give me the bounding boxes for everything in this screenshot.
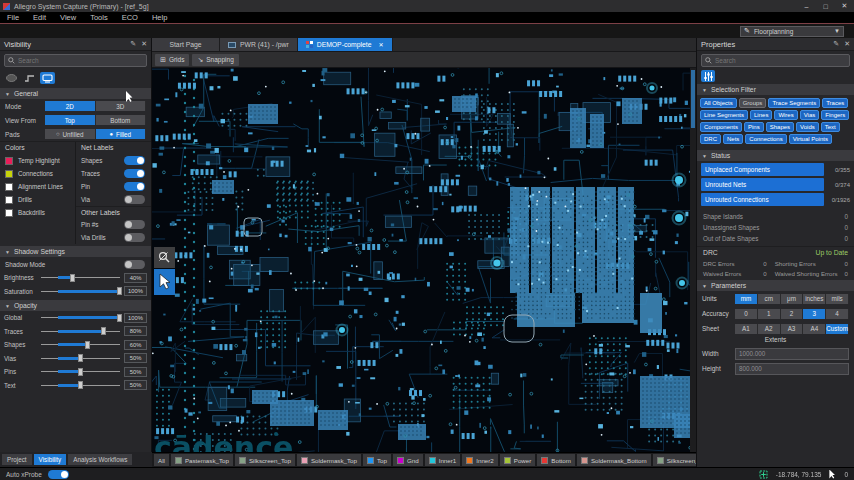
- grids-button[interactable]: ⊞Grids: [155, 54, 189, 66]
- slider-knob[interactable]: [78, 368, 83, 376]
- minimize-button[interactable]: –: [797, 0, 816, 12]
- edit-panel-icon[interactable]: ✎: [130, 40, 136, 48]
- filter-chip[interactable]: Text: [821, 122, 840, 132]
- slider-knob[interactable]: [101, 327, 106, 335]
- edit-panel-icon[interactable]: ✎: [833, 40, 839, 48]
- scrollbar-thumb[interactable]: [691, 70, 695, 128]
- bottom-tab[interactable]: Visibility: [34, 454, 67, 465]
- tab-demop-complete[interactable]: DEMOP-complete✕: [298, 38, 393, 51]
- status-progress-bar[interactable]: Unplaced Components: [701, 163, 824, 176]
- sheet-option[interactable]: A4: [803, 324, 826, 334]
- filter-chip[interactable]: DRC: [700, 134, 721, 144]
- display-view-icon[interactable]: [40, 72, 55, 84]
- slider-knob[interactable]: [78, 354, 83, 362]
- menu-item[interactable]: ECO: [115, 13, 145, 22]
- net-label-toggle[interactable]: [124, 156, 145, 165]
- view-from-option[interactable]: Top: [45, 115, 96, 125]
- menu-item[interactable]: File: [0, 13, 26, 22]
- select-tool-button[interactable]: [154, 269, 175, 295]
- units-option[interactable]: inches: [803, 294, 826, 304]
- layer-tab[interactable]: All: [154, 454, 169, 466]
- slider-track[interactable]: [41, 273, 120, 283]
- filter-chip[interactable]: All Objects: [700, 98, 737, 108]
- units-option[interactable]: mils: [826, 294, 849, 304]
- board-view-icon[interactable]: [4, 72, 19, 84]
- mode-option[interactable]: 3D: [96, 101, 147, 111]
- filter-chip[interactable]: Shapes: [766, 122, 794, 132]
- color-swatch[interactable]: [5, 157, 13, 165]
- units-option[interactable]: μm: [781, 294, 804, 304]
- close-button[interactable]: ✕: [835, 0, 854, 12]
- sheet-option[interactable]: A1: [735, 324, 758, 334]
- layer-tab[interactable]: Inner1: [425, 454, 461, 466]
- filter-chip[interactable]: Line Segments: [700, 110, 748, 120]
- other-label-toggle[interactable]: [124, 220, 145, 229]
- slider-track[interactable]: [41, 313, 120, 323]
- pads-option[interactable]: Unfilled: [45, 129, 96, 139]
- trace-view-icon[interactable]: [22, 72, 37, 84]
- other-label-toggle[interactable]: [124, 233, 145, 242]
- slider-knob[interactable]: [70, 274, 75, 282]
- filter-settings-button[interactable]: [701, 70, 715, 82]
- accuracy-option[interactable]: 1: [758, 309, 781, 319]
- slider-track[interactable]: [41, 353, 120, 363]
- net-label-toggle[interactable]: [124, 182, 145, 191]
- close-panel-icon[interactable]: ✕: [141, 40, 147, 48]
- color-swatch[interactable]: [5, 170, 13, 178]
- status-progress-bar[interactable]: Unrouted Nets: [701, 178, 824, 191]
- slider-knob[interactable]: [78, 381, 83, 389]
- slider-knob[interactable]: [85, 341, 90, 349]
- layer-tab[interactable]: Soldermask_Bottom: [577, 454, 651, 466]
- parameters-header[interactable]: ▼Parameters: [697, 280, 854, 291]
- layer-tab[interactable]: Power: [500, 454, 536, 466]
- status-section-header[interactable]: ▼Status: [697, 150, 854, 161]
- close-panel-icon[interactable]: ✕: [844, 40, 850, 48]
- floorplanning-dropdown[interactable]: ✎ Floorplanning ▼: [740, 26, 844, 37]
- filter-chip[interactable]: Voids: [796, 122, 819, 132]
- filter-chip[interactable]: Wires: [774, 110, 797, 120]
- slider-track[interactable]: [41, 326, 120, 336]
- status-progress-bar[interactable]: Unrouted Connections: [701, 193, 824, 206]
- filter-chip[interactable]: Traces: [822, 98, 848, 108]
- accuracy-option[interactable]: 4: [826, 309, 849, 319]
- view-from-option[interactable]: Bottom: [96, 115, 147, 125]
- opacity-header[interactable]: ▼Opacity: [0, 300, 151, 311]
- layer-tab[interactable]: Bottom: [537, 454, 575, 466]
- selection-filter-header[interactable]: ▼Selection Filter: [697, 84, 854, 95]
- filter-chip[interactable]: Trace Segments: [768, 98, 820, 108]
- accuracy-option[interactable]: 0: [735, 309, 758, 319]
- filter-chip[interactable]: Connections: [745, 134, 786, 144]
- properties-search[interactable]: [701, 54, 850, 67]
- layer-tab[interactable]: Silkscreen_Top: [235, 454, 295, 466]
- search-input[interactable]: [715, 57, 846, 64]
- slider-track[interactable]: [41, 380, 120, 390]
- filter-chip[interactable]: Fingers: [821, 110, 849, 120]
- filter-chip[interactable]: Groups: [739, 98, 767, 108]
- width-field[interactable]: [735, 348, 849, 360]
- sheet-option[interactable]: Custom: [826, 324, 849, 334]
- bottom-tab[interactable]: Project: [2, 454, 32, 465]
- net-label-toggle[interactable]: [124, 169, 145, 178]
- menu-item[interactable]: Edit: [26, 13, 53, 22]
- sheet-option[interactable]: A2: [758, 324, 781, 334]
- menu-item[interactable]: View: [53, 13, 83, 22]
- filter-chip[interactable]: Lines: [750, 110, 772, 120]
- shadow-mode-toggle[interactable]: [124, 260, 145, 269]
- layer-tab[interactable]: Soldermask_Top: [297, 454, 361, 466]
- slider-knob[interactable]: [117, 287, 122, 295]
- filter-chip[interactable]: Virtual Points: [789, 134, 832, 144]
- layer-tab[interactable]: Top: [363, 454, 391, 466]
- search-input[interactable]: [18, 57, 143, 64]
- menu-item[interactable]: Tools: [83, 13, 115, 22]
- layer-tab[interactable]: Inner2: [462, 454, 498, 466]
- bottom-tab[interactable]: Analysis Workflows: [68, 454, 132, 465]
- slider-track[interactable]: [41, 286, 120, 296]
- visibility-search[interactable]: [4, 54, 147, 67]
- pads-option[interactable]: Filled: [96, 129, 147, 139]
- filter-chip[interactable]: Pins: [744, 122, 764, 132]
- color-swatch[interactable]: [5, 196, 13, 204]
- maximize-button[interactable]: □: [816, 0, 835, 12]
- tab-start-page[interactable]: Start Page: [152, 38, 220, 51]
- snapping-button[interactable]: ↘Snapping: [192, 54, 238, 66]
- pcb-canvas[interactable]: [152, 68, 696, 452]
